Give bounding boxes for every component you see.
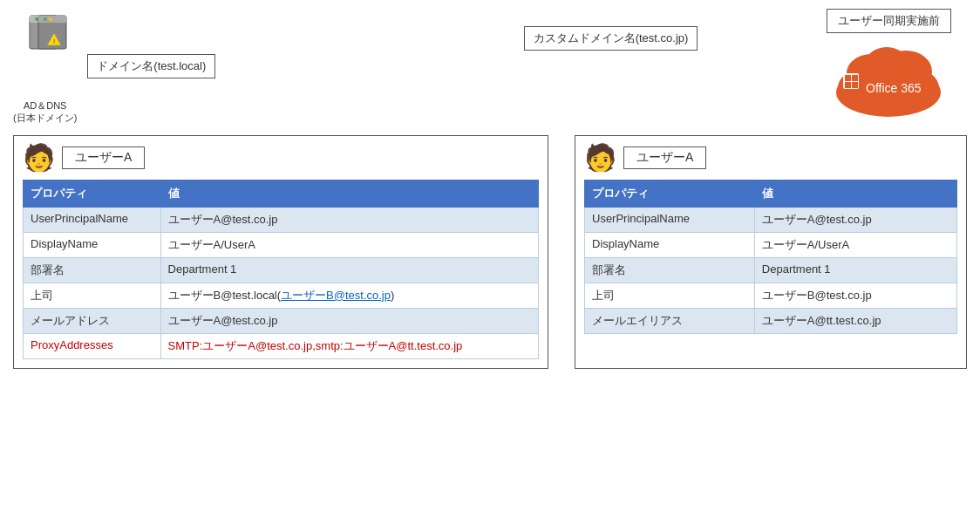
prop-cell: UserPrincipalName xyxy=(585,207,755,232)
table-row: メールアドレスユーザーA@test.co.jp xyxy=(24,308,539,333)
server-group: ! ! AD＆DNS (日本ドメイン) xyxy=(13,9,77,125)
table-row: ProxyAddressesSMTP:ユーザーA@test.co.jp,smtp… xyxy=(24,333,539,358)
page-container: ! ! AD＆DNS (日本ドメイン) xyxy=(0,0,980,511)
custom-domain-label-box: カスタムドメイン名(test.co.jp) xyxy=(524,26,698,51)
left-user-name-box: ユーザーA xyxy=(62,146,145,169)
value-cell: ユーザーA/UserA xyxy=(754,232,956,257)
left-col-value: 値 xyxy=(160,180,538,207)
domain-label-text: ドメイン名(test.local) xyxy=(97,59,206,72)
value-cell: SMTP:ユーザーA@test.co.jp,smtp:ユーザーA@tt.test… xyxy=(160,333,538,358)
left-user-card-header: 🧑 ユーザーA xyxy=(23,145,539,171)
right-user-card: 🧑 ユーザーA プロパティ 値 UserPrincipalNameユーザーA@t… xyxy=(575,135,967,369)
link-text[interactable]: ユーザーB@test.co.jp xyxy=(281,289,391,302)
domain-label-box: ドメイン名(test.local) xyxy=(87,54,215,78)
server-icon-back: ! xyxy=(37,9,71,52)
value-cell: ユーザーA@test.co.jp xyxy=(160,207,538,232)
svg-rect-21 xyxy=(852,75,858,81)
value-cell: ユーザーA@test.co.jp xyxy=(160,308,538,333)
right-user-name-box: ユーザーA xyxy=(623,146,706,169)
right-table-header-row: プロパティ 値 xyxy=(585,180,957,207)
prop-cell: メールアドレス xyxy=(24,308,161,333)
center-top: カスタムドメイン名(test.co.jp) xyxy=(412,9,810,51)
main-content: 🧑 ユーザーA プロパティ 値 UserPrincipalNameユーザーA@t… xyxy=(13,135,967,369)
right-prop-table: プロパティ 値 UserPrincipalNameユーザーA@test.co.j… xyxy=(584,180,957,334)
right-top: ユーザー同期実施前 xyxy=(810,9,967,119)
svg-point-18 xyxy=(864,47,909,85)
right-user-icon: 🧑 xyxy=(584,145,616,171)
left-table-header-row: プロパティ 値 xyxy=(24,180,539,207)
left-table-body: UserPrincipalNameユーザーA@test.co.jpDisplay… xyxy=(24,207,539,358)
server-label: AD＆DNS (日本ドメイン) xyxy=(13,99,77,125)
prop-cell: 上司 xyxy=(24,283,161,308)
prop-cell: 上司 xyxy=(585,283,755,308)
top-section: ! ! AD＆DNS (日本ドメイン) xyxy=(13,9,967,125)
table-row: 上司ユーザーB@test.local(ユーザーB@test.co.jp) xyxy=(24,283,539,308)
svg-rect-20 xyxy=(845,75,851,81)
right-col-value: 値 xyxy=(754,180,956,207)
table-row: 部署名Department 1 xyxy=(585,257,957,283)
value-text: ユーザーB@test.local( xyxy=(168,289,282,302)
office365-cloud: Office 365 xyxy=(827,40,949,119)
value-cell: Department 1 xyxy=(754,257,956,283)
svg-point-3 xyxy=(49,17,52,21)
right-table-body: UserPrincipalNameユーザーA@test.co.jpDisplay… xyxy=(585,207,957,333)
table-row: UserPrincipalNameユーザーA@test.co.jp xyxy=(24,207,539,232)
value-cell: Department 1 xyxy=(160,257,538,283)
value-suffix: ) xyxy=(391,289,394,302)
value-cell: ユーザーA/UserA xyxy=(160,232,538,257)
table-row: 部署名Department 1 xyxy=(24,257,539,283)
right-col-property: プロパティ xyxy=(585,180,755,207)
table-row: DisplayNameユーザーA/UserA xyxy=(585,232,957,257)
left-top: ! ! AD＆DNS (日本ドメイン) xyxy=(13,9,412,125)
prop-cell: 部署名 xyxy=(585,257,755,283)
left-user-name: ユーザーA xyxy=(75,150,132,164)
svg-rect-22 xyxy=(845,82,851,88)
left-user-card: 🧑 ユーザーA プロパティ 値 UserPrincipalNameユーザーA@t… xyxy=(13,135,548,369)
value-cell: ユーザーA@test.co.jp xyxy=(754,207,956,232)
right-user-name: ユーザーA xyxy=(636,150,693,164)
prop-cell: ProxyAddresses xyxy=(24,333,161,358)
prop-cell: DisplayName xyxy=(24,232,161,257)
left-col-property: プロパティ xyxy=(24,180,161,207)
prop-cell: メールエイリアス xyxy=(585,308,755,333)
table-row: メールエイリアスユーザーA@tt.test.co.jp xyxy=(585,308,957,333)
svg-point-2 xyxy=(44,17,47,21)
svg-rect-23 xyxy=(852,82,858,88)
sync-label-text: ユーザー同期実施前 xyxy=(838,14,940,27)
left-prop-table: プロパティ 値 UserPrincipalNameユーザーA@test.co.j… xyxy=(23,180,539,359)
right-user-card-header: 🧑 ユーザーA xyxy=(584,145,957,171)
table-row: UserPrincipalNameユーザーA@test.co.jp xyxy=(585,207,957,232)
cloud-svg: Office 365 xyxy=(827,40,949,119)
value-cell: ユーザーA@tt.test.co.jp xyxy=(754,308,956,333)
table-row: 上司ユーザーB@test.co.jp xyxy=(585,283,957,308)
left-user-icon: 🧑 xyxy=(23,145,55,171)
prop-cell: 部署名 xyxy=(24,257,161,283)
svg-text:!: ! xyxy=(53,37,55,45)
value-cell: ユーザーB@test.co.jp xyxy=(754,283,956,308)
sync-label-box: ユーザー同期実施前 xyxy=(827,9,951,33)
table-row: DisplayNameユーザーA/UserA xyxy=(24,232,539,257)
value-cell: ユーザーB@test.local(ユーザーB@test.co.jp) xyxy=(160,283,538,308)
custom-domain-label-text: カスタムドメイン名(test.co.jp) xyxy=(534,31,689,44)
prop-cell: DisplayName xyxy=(585,232,755,257)
svg-text:Office 365: Office 365 xyxy=(866,81,922,95)
prop-cell: UserPrincipalName xyxy=(24,207,161,232)
server-icons: ! ! xyxy=(28,9,63,52)
